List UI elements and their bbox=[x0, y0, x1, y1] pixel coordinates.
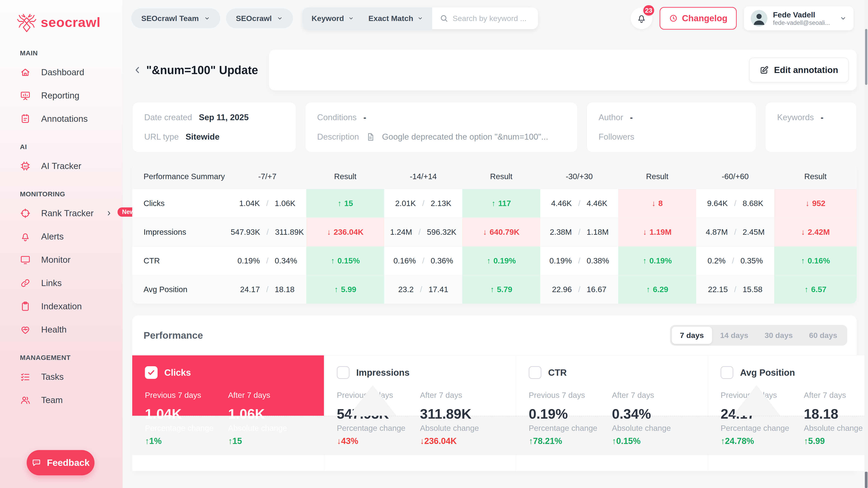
section-items: Tasks Team bbox=[0, 365, 123, 412]
date-created-label: Date created bbox=[144, 113, 192, 122]
after-value: 0.35% bbox=[741, 256, 763, 265]
sidebar-item-health[interactable]: Health bbox=[0, 318, 123, 341]
metric-checkbox[interactable] bbox=[721, 366, 733, 379]
summary-period-values: 22.15/15.58 bbox=[696, 275, 774, 304]
arrow-up-icon: ↑ bbox=[228, 436, 232, 446]
sidebar-item-indexation[interactable]: Indexation bbox=[0, 295, 123, 318]
period-tab-30-days[interactable]: 30 days bbox=[756, 327, 801, 344]
scrollbar-thumb[interactable] bbox=[865, 29, 867, 85]
notch-triangle bbox=[349, 385, 397, 416]
after-value: 15.58 bbox=[743, 285, 763, 294]
period-tab-60-days[interactable]: 60 days bbox=[801, 327, 845, 344]
sidebar-item-label: Health bbox=[41, 325, 67, 335]
sidebar-item-ai-tracker[interactable]: AI AI Tracker bbox=[0, 154, 123, 177]
period-tabs: 7 days14 days30 days60 days bbox=[670, 325, 847, 346]
back-chevron-icon[interactable] bbox=[132, 65, 143, 75]
result-value: 8 bbox=[658, 199, 663, 208]
sidebar-item-links[interactable]: Links bbox=[0, 271, 123, 295]
scrollbar-bottom-piece[interactable] bbox=[865, 472, 868, 488]
period-tab-7-days[interactable]: 7 days bbox=[672, 327, 712, 344]
user-menu[interactable]: Fede Vadell fede-vadell@seoali... bbox=[744, 6, 854, 30]
metric-card-impressions[interactable]: Impressions Previous 7 days 547.93K Afte… bbox=[324, 355, 516, 471]
date-created-value: Sep 11, 2025 bbox=[199, 113, 249, 122]
arrow-up-icon: ↑ bbox=[487, 256, 491, 265]
feedback-button[interactable]: Feedback bbox=[27, 450, 94, 475]
sidebar-item-alerts[interactable]: Alerts bbox=[0, 225, 123, 248]
sidebar-item-monitor[interactable]: Monitor bbox=[0, 248, 123, 271]
result-value: 6.57 bbox=[811, 285, 827, 294]
seocrawl-app: { "app": { "logo_text": "seocrawl" }, "t… bbox=[0, 0, 868, 488]
detail-card-keywords: Keywords - bbox=[765, 102, 857, 152]
edit-annotation-button[interactable]: Edit annotation bbox=[749, 58, 848, 83]
summary-result-cell: ↑0.15% bbox=[306, 246, 384, 275]
metric-card-ctr[interactable]: CTR Previous 7 days 0.19% After 7 days 0… bbox=[516, 355, 708, 471]
notifications-button[interactable]: 23 bbox=[631, 7, 652, 29]
before-value: 2.38M bbox=[550, 228, 572, 236]
before-value: 1.04K bbox=[239, 199, 260, 208]
metric-checkbox[interactable] bbox=[337, 366, 349, 379]
user-email: fede-vadell@seoali... bbox=[773, 20, 830, 26]
target-icon bbox=[20, 208, 31, 219]
summary-row-metric: Avg Position bbox=[132, 275, 228, 304]
feedback-label: Feedback bbox=[47, 457, 90, 468]
after-period-label: After 7 days bbox=[420, 391, 503, 400]
result-value: 640.79K bbox=[490, 228, 520, 236]
sidebar-item-tasks[interactable]: Tasks bbox=[0, 365, 123, 388]
separator: / bbox=[734, 228, 737, 236]
sidebar-item-label: Alerts bbox=[41, 232, 64, 241]
edit-annotation-label: Edit annotation bbox=[774, 65, 838, 75]
section-items: AI AI Tracker bbox=[0, 154, 123, 177]
after-value: 2.45M bbox=[743, 228, 765, 236]
summary-period-values: 4.87M/2.45M bbox=[696, 218, 774, 246]
metric-checkbox[interactable] bbox=[529, 366, 541, 379]
changelog-button[interactable]: Changelog bbox=[659, 7, 737, 30]
sidebar-item-reporting[interactable]: Reporting bbox=[0, 84, 123, 107]
metric-card-avg-position[interactable]: Avg Position Previous 7 days 24.17 After… bbox=[708, 355, 868, 471]
summary-period-values: 1.24M/596.32K bbox=[384, 218, 462, 246]
keyword-search-input[interactable] bbox=[452, 14, 530, 23]
author-value: - bbox=[630, 113, 633, 122]
metric-label: CTR bbox=[548, 367, 567, 378]
separator: / bbox=[578, 285, 581, 294]
before-value: 1.24M bbox=[390, 228, 412, 236]
summary-column-header: Result bbox=[306, 164, 384, 189]
changelog-label: Changelog bbox=[682, 13, 727, 23]
metric-checkbox[interactable] bbox=[145, 366, 158, 379]
checklist-icon bbox=[20, 371, 31, 382]
chevron-right-icon bbox=[105, 210, 113, 217]
period-tab-14-days[interactable]: 14 days bbox=[712, 327, 756, 344]
section-label: MONITORING bbox=[0, 190, 123, 198]
sidebar-item-dashboard[interactable]: Dashboard bbox=[0, 61, 123, 84]
arrow-up-icon: ↑ bbox=[334, 285, 338, 294]
metric-values: Previous 7 days 0.19% After 7 days 0.34% bbox=[529, 391, 695, 422]
sidebar-section: MAIN Dashboard Reporting Annotations bbox=[0, 49, 123, 130]
separator: / bbox=[266, 256, 269, 265]
project-selector[interactable]: SEOcrawl bbox=[226, 8, 293, 28]
sidebar-item-label: New Rank Tracker bbox=[41, 208, 94, 218]
separator: / bbox=[422, 199, 425, 208]
seocrawl-logo[interactable]: seocrawl bbox=[0, 0, 123, 33]
sidebar-item-annotations[interactable]: Annotations bbox=[0, 107, 123, 130]
after-period-label: After 7 days bbox=[804, 391, 868, 400]
metric-card-clicks[interactable]: Clicks Previous 7 days 1.04K After 7 day… bbox=[132, 355, 324, 471]
performance-title: Performance bbox=[144, 330, 203, 341]
separator: / bbox=[266, 199, 269, 208]
result-value: 1.19M bbox=[650, 228, 672, 236]
avatar bbox=[751, 10, 767, 27]
summary-result-cell: ↑6.57 bbox=[774, 275, 857, 304]
summary-result-cell: ↓1.19M bbox=[618, 218, 696, 246]
section-label: MANAGEMENT bbox=[0, 354, 123, 361]
match-type-label: Exact Match bbox=[368, 14, 413, 23]
summary-row-metric: Impressions bbox=[132, 218, 228, 246]
vertical-scrollbar bbox=[864, 0, 868, 488]
sidebar-item-rank-tracker[interactable]: New Rank Tracker bbox=[0, 201, 123, 225]
clipboard-icon bbox=[20, 301, 31, 312]
sidebar-item-team[interactable]: Team bbox=[0, 388, 123, 412]
search-type-dropdown[interactable]: Keyword bbox=[304, 14, 361, 23]
separator: / bbox=[418, 228, 421, 236]
match-type-dropdown[interactable]: Exact Match bbox=[361, 14, 430, 23]
separator: / bbox=[267, 228, 269, 236]
arrow-down-icon: ↓ bbox=[327, 228, 331, 236]
arrow-up-icon: ↑ bbox=[721, 436, 725, 446]
team-selector[interactable]: SEOcrawl Team bbox=[131, 8, 220, 28]
